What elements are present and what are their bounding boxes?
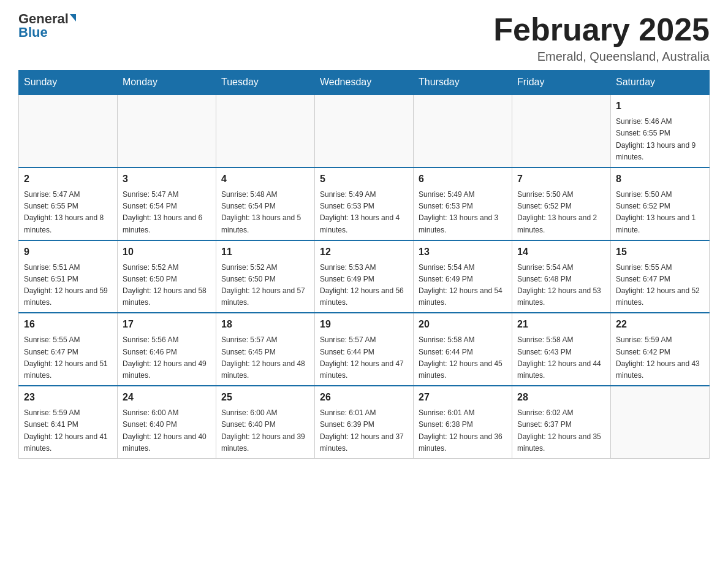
- day-cell: 23Sunrise: 5:59 AM Sunset: 6:41 PM Dayli…: [19, 386, 118, 458]
- day-cell: 17Sunrise: 5:56 AM Sunset: 6:46 PM Dayli…: [118, 313, 216, 386]
- logo: General Blue: [18, 12, 76, 39]
- day-info: Sunrise: 5:56 AM Sunset: 6:46 PM Dayligh…: [123, 334, 211, 381]
- day-number: 8: [616, 172, 704, 186]
- day-number: 25: [221, 390, 309, 405]
- day-cell: 28Sunrise: 6:02 AM Sunset: 6:37 PM Dayli…: [512, 386, 611, 458]
- day-info: Sunrise: 5:57 AM Sunset: 6:44 PM Dayligh…: [320, 334, 408, 381]
- day-cell: [414, 94, 512, 167]
- day-cell: [512, 94, 611, 167]
- day-cell: 25Sunrise: 6:00 AM Sunset: 6:40 PM Dayli…: [216, 386, 315, 458]
- day-number: 6: [419, 172, 507, 186]
- day-info: Sunrise: 5:49 AM Sunset: 6:53 PM Dayligh…: [320, 189, 408, 236]
- day-info: Sunrise: 5:54 AM Sunset: 6:48 PM Dayligh…: [517, 262, 605, 309]
- day-info: Sunrise: 5:50 AM Sunset: 6:52 PM Dayligh…: [616, 189, 704, 236]
- day-number: 16: [24, 317, 112, 332]
- day-number: 27: [419, 390, 507, 405]
- day-number: 7: [517, 172, 605, 186]
- day-info: Sunrise: 5:50 AM Sunset: 6:52 PM Dayligh…: [517, 189, 605, 236]
- day-number: 26: [320, 390, 408, 405]
- day-number: 17: [123, 317, 211, 332]
- day-cell: 13Sunrise: 5:54 AM Sunset: 6:49 PM Dayli…: [414, 240, 512, 313]
- logo-general-text: General: [18, 12, 69, 26]
- day-cell: 3Sunrise: 5:47 AM Sunset: 6:54 PM Daylig…: [118, 167, 216, 240]
- col-sunday: Sunday: [19, 71, 118, 95]
- day-cell: [611, 386, 710, 458]
- day-cell: 22Sunrise: 5:59 AM Sunset: 6:42 PM Dayli…: [611, 313, 710, 386]
- calendar-table: Sunday Monday Tuesday Wednesday Thursday…: [18, 70, 710, 459]
- day-info: Sunrise: 6:02 AM Sunset: 6:37 PM Dayligh…: [517, 407, 605, 454]
- day-cell: [118, 94, 216, 167]
- day-number: 11: [221, 245, 309, 259]
- day-cell: 12Sunrise: 5:53 AM Sunset: 6:49 PM Dayli…: [315, 240, 414, 313]
- location-text: Emerald, Queensland, Australia: [493, 50, 710, 64]
- day-info: Sunrise: 5:54 AM Sunset: 6:49 PM Dayligh…: [419, 262, 507, 309]
- day-cell: 20Sunrise: 5:58 AM Sunset: 6:44 PM Dayli…: [414, 313, 512, 386]
- day-info: Sunrise: 5:58 AM Sunset: 6:43 PM Dayligh…: [517, 334, 605, 381]
- day-info: Sunrise: 5:47 AM Sunset: 6:55 PM Dayligh…: [24, 189, 112, 236]
- week-row-5: 23Sunrise: 5:59 AM Sunset: 6:41 PM Dayli…: [19, 386, 710, 458]
- day-number: 21: [517, 317, 605, 332]
- day-number: 23: [24, 390, 112, 405]
- day-number: 20: [419, 317, 507, 332]
- day-info: Sunrise: 5:52 AM Sunset: 6:50 PM Dayligh…: [123, 262, 211, 309]
- day-number: 9: [24, 245, 112, 259]
- day-cell: 19Sunrise: 5:57 AM Sunset: 6:44 PM Dayli…: [315, 313, 414, 386]
- day-info: Sunrise: 6:00 AM Sunset: 6:40 PM Dayligh…: [221, 407, 309, 454]
- day-number: 19: [320, 317, 408, 332]
- day-cell: 2Sunrise: 5:47 AM Sunset: 6:55 PM Daylig…: [19, 167, 118, 240]
- day-number: 1: [616, 99, 704, 113]
- day-number: 5: [320, 172, 408, 186]
- col-monday: Monday: [118, 71, 216, 95]
- day-cell: 10Sunrise: 5:52 AM Sunset: 6:50 PM Dayli…: [118, 240, 216, 313]
- day-cell: 21Sunrise: 5:58 AM Sunset: 6:43 PM Dayli…: [512, 313, 611, 386]
- day-info: Sunrise: 5:58 AM Sunset: 6:44 PM Dayligh…: [419, 334, 507, 381]
- day-cell: 16Sunrise: 5:55 AM Sunset: 6:47 PM Dayli…: [19, 313, 118, 386]
- day-cell: 6Sunrise: 5:49 AM Sunset: 6:53 PM Daylig…: [414, 167, 512, 240]
- col-wednesday: Wednesday: [315, 71, 414, 95]
- day-info: Sunrise: 5:57 AM Sunset: 6:45 PM Dayligh…: [221, 334, 309, 381]
- day-info: Sunrise: 5:47 AM Sunset: 6:54 PM Dayligh…: [123, 189, 211, 236]
- day-info: Sunrise: 5:52 AM Sunset: 6:50 PM Dayligh…: [221, 262, 309, 309]
- day-info: Sunrise: 5:59 AM Sunset: 6:41 PM Dayligh…: [24, 407, 112, 454]
- day-cell: 1Sunrise: 5:46 AM Sunset: 6:55 PM Daylig…: [611, 94, 710, 167]
- title-section: February 2025 Emerald, Queensland, Austr…: [493, 12, 710, 64]
- day-info: Sunrise: 6:01 AM Sunset: 6:39 PM Dayligh…: [320, 407, 408, 454]
- col-tuesday: Tuesday: [216, 71, 315, 95]
- day-cell: 26Sunrise: 6:01 AM Sunset: 6:39 PM Dayli…: [315, 386, 414, 458]
- day-cell: 5Sunrise: 5:49 AM Sunset: 6:53 PM Daylig…: [315, 167, 414, 240]
- page-header: General Blue February 2025 Emerald, Quee…: [18, 12, 710, 64]
- day-info: Sunrise: 5:55 AM Sunset: 6:47 PM Dayligh…: [616, 262, 704, 309]
- day-number: 13: [419, 245, 507, 259]
- day-number: 10: [123, 245, 211, 259]
- logo-arrow-icon: [70, 14, 76, 21]
- day-info: Sunrise: 5:46 AM Sunset: 6:55 PM Dayligh…: [616, 116, 704, 163]
- day-cell: 8Sunrise: 5:50 AM Sunset: 6:52 PM Daylig…: [611, 167, 710, 240]
- day-cell: [315, 94, 414, 167]
- day-info: Sunrise: 5:49 AM Sunset: 6:53 PM Dayligh…: [419, 189, 507, 236]
- week-row-1: 1Sunrise: 5:46 AM Sunset: 6:55 PM Daylig…: [19, 94, 710, 167]
- day-number: 2: [24, 172, 112, 186]
- day-info: Sunrise: 5:48 AM Sunset: 6:54 PM Dayligh…: [221, 189, 309, 236]
- day-info: Sunrise: 5:59 AM Sunset: 6:42 PM Dayligh…: [616, 334, 704, 381]
- day-cell: 27Sunrise: 6:01 AM Sunset: 6:38 PM Dayli…: [414, 386, 512, 458]
- day-number: 28: [517, 390, 605, 405]
- col-friday: Friday: [512, 71, 611, 95]
- day-number: 24: [123, 390, 211, 405]
- day-cell: [19, 94, 118, 167]
- day-cell: 11Sunrise: 5:52 AM Sunset: 6:50 PM Dayli…: [216, 240, 315, 313]
- day-info: Sunrise: 5:55 AM Sunset: 6:47 PM Dayligh…: [24, 334, 112, 381]
- day-number: 4: [221, 172, 309, 186]
- day-number: 18: [221, 317, 309, 332]
- month-title: February 2025: [493, 12, 710, 47]
- day-cell: 18Sunrise: 5:57 AM Sunset: 6:45 PM Dayli…: [216, 313, 315, 386]
- day-number: 14: [517, 245, 605, 259]
- col-thursday: Thursday: [414, 71, 512, 95]
- day-cell: 14Sunrise: 5:54 AM Sunset: 6:48 PM Dayli…: [512, 240, 611, 313]
- day-cell: 24Sunrise: 6:00 AM Sunset: 6:40 PM Dayli…: [118, 386, 216, 458]
- day-info: Sunrise: 6:01 AM Sunset: 6:38 PM Dayligh…: [419, 407, 507, 454]
- day-number: 12: [320, 245, 408, 259]
- day-number: 22: [616, 317, 704, 332]
- logo-blue-text: Blue: [18, 26, 48, 39]
- day-info: Sunrise: 6:00 AM Sunset: 6:40 PM Dayligh…: [123, 407, 211, 454]
- calendar-header-row: Sunday Monday Tuesday Wednesday Thursday…: [19, 71, 710, 95]
